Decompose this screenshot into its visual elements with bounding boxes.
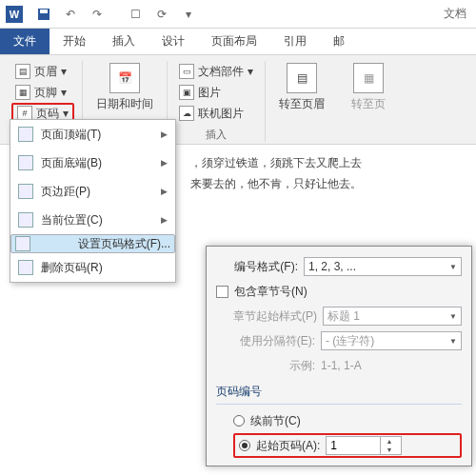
- tab-layout[interactable]: 页面布局: [198, 29, 270, 54]
- start-at-label: 起始页码(A):: [256, 438, 320, 454]
- svg-rect-1: [40, 10, 48, 13]
- dropdown-remove-page-numbers[interactable]: 删除页码(R): [10, 253, 175, 282]
- datetime-button[interactable]: 📅日期和时间: [90, 61, 159, 114]
- tab-home[interactable]: 开始: [50, 29, 99, 54]
- page-number-format-dialog: 编号格式(F): 1, 2, 3, ...▼ 包含章节号(N) 章节起始样式(P…: [206, 246, 472, 466]
- example-label: 示例:: [233, 358, 315, 374]
- header-button[interactable]: ▤页眉 ▾: [11, 61, 74, 82]
- dropdown-page-margins[interactable]: 页边距(P)▶: [10, 177, 175, 206]
- page-bottom-icon: [18, 155, 33, 170]
- doc-parts-button[interactable]: ▭文档部件 ▾: [175, 61, 257, 82]
- separator-label: 使用分隔符(E):: [233, 333, 315, 349]
- qat-dropdown-icon[interactable]: ▾: [177, 3, 200, 26]
- continue-radio[interactable]: [233, 415, 245, 426]
- goto-header-button[interactable]: ▤转至页眉: [273, 61, 330, 114]
- chevron-right-icon: ▶: [161, 187, 168, 196]
- start-at-radio[interactable]: [239, 440, 250, 451]
- tab-references[interactable]: 引用: [270, 29, 320, 54]
- online-picture-icon: ☁: [179, 106, 194, 121]
- dropdown-page-bottom[interactable]: 页面底端(B)▶: [10, 149, 175, 177]
- picture-icon: ▣: [179, 85, 194, 100]
- titlebar: W ↶ ↷ ☐ ⟳ ▾ 文档: [0, 0, 476, 29]
- example-value: 1-1, 1-A: [321, 359, 362, 372]
- chapter-style-label: 章节起始样式(P): [233, 308, 317, 325]
- calendar-icon: 📅: [109, 63, 140, 93]
- tab-design[interactable]: 设计: [149, 29, 198, 54]
- tab-mailings[interactable]: 邮: [320, 29, 358, 54]
- page-number-dropdown: 页面顶端(T)▶ 页面底端(B)▶ 页边距(P)▶ 当前位置(C)▶ 设置页码格…: [10, 119, 176, 283]
- footer-button[interactable]: ▦页脚 ▾: [11, 82, 74, 103]
- spin-up-icon: ▲: [381, 437, 397, 446]
- qat-tool2-icon[interactable]: ⟳: [150, 3, 173, 26]
- chevron-down-icon: ▼: [449, 312, 457, 321]
- remove-icon: [18, 260, 33, 275]
- dropdown-current-position[interactable]: 当前位置(C)▶: [10, 206, 175, 234]
- ribbon-group-navigation: ▤转至页眉: [266, 61, 338, 142]
- parts-icon: ▭: [179, 64, 194, 79]
- tab-file[interactable]: 文件: [0, 29, 50, 54]
- start-at-field[interactable]: [327, 439, 380, 452]
- spin-down-icon: ▼: [381, 446, 397, 454]
- number-format-label: 编号格式(F):: [216, 259, 298, 275]
- insert-group-label: 插入: [175, 128, 257, 142]
- page-numbering-label: 页码编号: [216, 384, 462, 400]
- goto-header-icon: ▤: [287, 63, 317, 93]
- document-body: ，须穿过铁道，须跳下去又爬上去 来要去的，他不肯，只好让他去。: [190, 152, 362, 194]
- separator-select: - (连字符)▼: [321, 331, 462, 350]
- dropdown-format-page-numbers[interactable]: 设置页码格式(F)...: [10, 234, 175, 253]
- document-title: 文档: [444, 6, 470, 22]
- include-chapter-label: 包含章节号(N): [234, 284, 307, 300]
- redo-icon[interactable]: ↷: [86, 3, 109, 26]
- footer-icon: ▦: [15, 85, 30, 100]
- spinner[interactable]: ▲▼: [380, 437, 397, 454]
- page-margins-icon: [18, 184, 33, 199]
- header-icon: ▤: [15, 64, 30, 79]
- picture-button[interactable]: ▣图片: [175, 82, 257, 103]
- chevron-down-icon: ▼: [449, 337, 457, 346]
- goto-footer-button: ▦转至页: [346, 61, 391, 114]
- ribbon-group-insert: ▭文档部件 ▾ ▣图片 ☁联机图片 插入: [168, 61, 266, 142]
- dropdown-page-top[interactable]: 页面顶端(T)▶: [10, 120, 175, 149]
- chevron-right-icon: ▶: [161, 129, 168, 139]
- save-icon[interactable]: [32, 3, 55, 26]
- tab-insert[interactable]: 插入: [99, 29, 149, 54]
- undo-icon[interactable]: ↶: [59, 3, 82, 26]
- current-pos-icon: [18, 212, 33, 228]
- format-icon: [15, 236, 30, 251]
- word-app-icon: W: [6, 6, 23, 23]
- goto-footer-icon: ▦: [353, 63, 384, 93]
- continue-label: 续前节(C): [250, 413, 301, 429]
- chevron-down-icon: ▼: [449, 263, 457, 271]
- chevron-right-icon: ▶: [161, 158, 168, 168]
- page-top-icon: [18, 127, 33, 142]
- start-at-input[interactable]: ▲▼: [326, 436, 402, 455]
- ribbon-tabs: 文件 开始 插入 设计 页面布局 引用 邮: [0, 29, 476, 55]
- number-format-select[interactable]: 1, 2, 3, ...▼: [304, 257, 462, 276]
- include-chapter-checkbox[interactable]: [216, 286, 228, 298]
- online-picture-button[interactable]: ☁联机图片: [175, 103, 257, 124]
- ribbon-group-navigation2: ▦转至页: [338, 61, 399, 142]
- qat-tool-icon[interactable]: ☐: [124, 3, 147, 26]
- chevron-right-icon: ▶: [161, 215, 168, 225]
- chapter-style-select: 标题 1▼: [323, 307, 462, 326]
